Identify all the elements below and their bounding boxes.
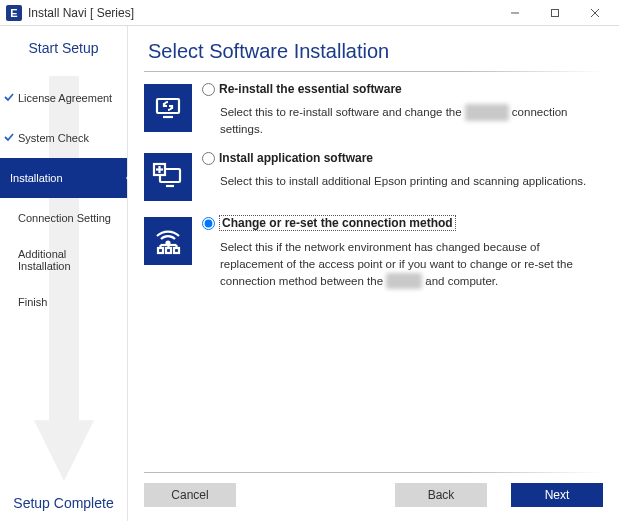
separator bbox=[144, 472, 603, 473]
sidebar-step-label: Finish bbox=[18, 296, 47, 308]
svg-rect-12 bbox=[158, 248, 163, 253]
sidebar-step: System Check bbox=[0, 118, 127, 158]
window-title: Install Navi [ Series] bbox=[28, 6, 134, 20]
redacted-text: Printer bbox=[386, 273, 422, 290]
option-description: Select this if the network environment h… bbox=[220, 239, 603, 289]
option-row: Re-install the essential softwareSelect … bbox=[144, 82, 603, 137]
check-icon bbox=[4, 132, 14, 144]
svg-rect-13 bbox=[166, 248, 171, 253]
close-button[interactable] bbox=[575, 1, 615, 25]
svg-rect-14 bbox=[174, 248, 179, 253]
sidebar-step: Additional Installation bbox=[0, 238, 127, 282]
option-row: Change or re-set the connection methodSe… bbox=[144, 215, 603, 289]
sidebar: Start Setup License AgreementSystem Chec… bbox=[0, 26, 128, 521]
cancel-button[interactable]: Cancel bbox=[144, 483, 236, 507]
option-icon bbox=[144, 84, 192, 132]
next-button[interactable]: Next bbox=[511, 483, 603, 507]
option-title: Change or re-set the connection method bbox=[219, 215, 456, 231]
options-list: Re-install the essential softwareSelect … bbox=[128, 82, 619, 466]
separator bbox=[144, 71, 603, 72]
maximize-button[interactable] bbox=[535, 1, 575, 25]
sidebar-step: Finish bbox=[0, 282, 127, 322]
sidebar-start-label: Start Setup bbox=[0, 34, 127, 58]
option-description: Select this to install additional Epson … bbox=[220, 173, 603, 190]
option-radio[interactable] bbox=[202, 83, 215, 96]
check-icon bbox=[4, 92, 14, 104]
option-icon bbox=[144, 153, 192, 201]
option-radio-row[interactable]: Install application software bbox=[202, 151, 603, 165]
sidebar-step-label: License Agreement bbox=[18, 92, 112, 104]
option-radio-row[interactable]: Change or re-set the connection method bbox=[202, 215, 603, 231]
option-description: Select this to re-install software and c… bbox=[220, 104, 603, 137]
footer: Cancel Back Next bbox=[128, 466, 619, 521]
back-button[interactable]: Back bbox=[395, 483, 487, 507]
option-icon bbox=[144, 217, 192, 265]
sidebar-step: Connection Setting bbox=[0, 198, 127, 238]
minimize-button[interactable] bbox=[495, 1, 535, 25]
option-radio[interactable] bbox=[202, 152, 215, 165]
option-radio-row[interactable]: Re-install the essential software bbox=[202, 82, 603, 96]
sidebar-step: License Agreement bbox=[0, 78, 127, 118]
sidebar-end-label: Setup Complete bbox=[0, 489, 127, 513]
option-title: Install application software bbox=[219, 151, 373, 165]
app-icon: E bbox=[6, 5, 22, 21]
page-title: Select Software Installation bbox=[128, 26, 619, 71]
redacted-text: Printer's bbox=[465, 104, 509, 121]
titlebar: E Install Navi [ Series] bbox=[0, 0, 619, 26]
svg-rect-1 bbox=[552, 9, 559, 16]
sidebar-step-label: Installation bbox=[10, 172, 63, 184]
sidebar-step-label: Connection Setting bbox=[18, 212, 111, 224]
option-row: Install application softwareSelect this … bbox=[144, 151, 603, 201]
option-title: Re-install the essential software bbox=[219, 82, 402, 96]
sidebar-step: Installation bbox=[0, 158, 127, 198]
sidebar-steps: License AgreementSystem CheckInstallatio… bbox=[0, 78, 127, 322]
sidebar-step-label: Additional Installation bbox=[18, 248, 121, 272]
sidebar-step-label: System Check bbox=[18, 132, 89, 144]
option-radio[interactable] bbox=[202, 217, 215, 230]
